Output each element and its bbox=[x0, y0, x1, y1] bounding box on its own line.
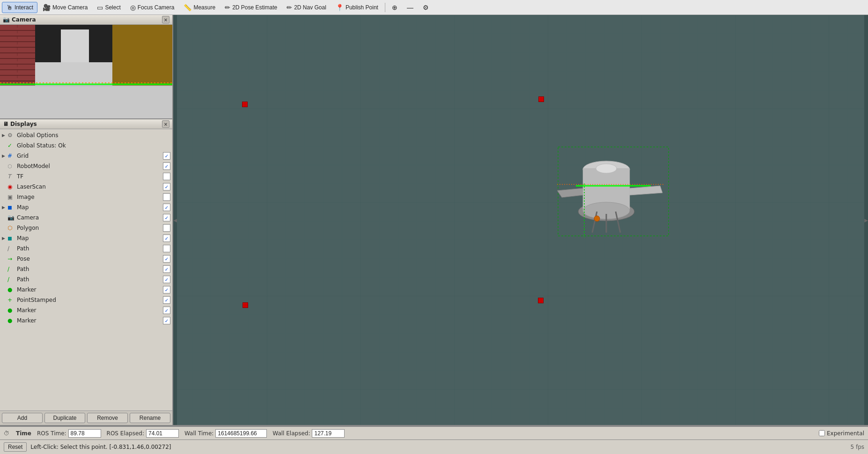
displays-panel-icon: 🖥 bbox=[3, 121, 8, 127]
toolbar: 🖱 Interact 🎥 Move Camera ▭ Select ◎ Focu… bbox=[0, 0, 868, 15]
bottom-bar: ⏱ Time ROS Time: ROS Elapsed: Wall Time:… bbox=[0, 425, 868, 454]
pointstamped-label: PointStamped bbox=[17, 297, 163, 303]
measure-button[interactable]: 📏 Measure bbox=[179, 2, 220, 13]
grid-checkbox[interactable] bbox=[163, 152, 170, 160]
image-checkbox[interactable] bbox=[163, 193, 170, 201]
red-marker-3 bbox=[243, 302, 248, 308]
display-item-marker2[interactable]: ● Marker bbox=[0, 305, 172, 315]
marker3-checkbox[interactable] bbox=[163, 317, 170, 324]
path2-label: Path bbox=[17, 266, 163, 272]
path2-checkbox[interactable] bbox=[163, 265, 170, 273]
ros-time-value[interactable] bbox=[68, 429, 101, 438]
experimental-group: Experimental bbox=[819, 430, 864, 437]
ros-elapsed-group: ROS Elapsed: bbox=[107, 429, 179, 438]
marker2-checkbox[interactable] bbox=[163, 307, 170, 314]
red-marker-1 bbox=[242, 102, 248, 107]
display-item-map2[interactable]: ▶ ◼ Map bbox=[0, 233, 172, 243]
publish-point-button[interactable]: 📍 Publish Point bbox=[331, 2, 383, 13]
nav-goal-button[interactable]: ✏ 2D Nav Goal bbox=[282, 2, 331, 13]
path1-label: Path bbox=[17, 245, 163, 252]
measure-label: Measure bbox=[193, 4, 215, 11]
minus-button[interactable]: — bbox=[403, 2, 418, 13]
expand-arrow-laserscan bbox=[2, 184, 7, 189]
robotmodel-checkbox[interactable] bbox=[163, 162, 170, 170]
status-message: Left-Click: Select this point. [-0.831,1… bbox=[30, 444, 171, 450]
camera-panel-icon: 📷 bbox=[3, 16, 10, 23]
display-item-grid[interactable]: ▶ # Grid bbox=[0, 151, 172, 161]
ros-elapsed-value[interactable] bbox=[146, 429, 179, 438]
expand-arrow-grid: ▶ bbox=[2, 154, 7, 158]
display-item-marker1[interactable]: ● Marker bbox=[0, 285, 172, 295]
left-resize-handle[interactable]: ◀ bbox=[173, 15, 177, 425]
interact-button[interactable]: 🖱 Interact bbox=[2, 2, 37, 13]
marker1-checkbox[interactable] bbox=[163, 286, 170, 293]
path3-checkbox[interactable] bbox=[163, 276, 170, 283]
display-item-global-options[interactable]: ▶ ⚙ Global Options bbox=[0, 130, 172, 140]
focus-camera-button[interactable]: ◎ Focus Camera bbox=[126, 2, 179, 13]
display-item-laserscan[interactable]: ◉ LaserScan bbox=[0, 182, 172, 192]
settings-button[interactable]: ⚙ bbox=[419, 2, 433, 13]
map2-icon: ◼ bbox=[7, 235, 16, 242]
experimental-checkbox[interactable] bbox=[819, 430, 825, 436]
align-button[interactable]: ⊕ bbox=[388, 2, 402, 13]
add-button[interactable]: Add bbox=[2, 413, 43, 423]
pose-checkbox[interactable] bbox=[163, 255, 170, 263]
map2-checkbox[interactable] bbox=[163, 234, 170, 242]
camera-close-button[interactable]: × bbox=[162, 16, 169, 23]
display-item-path1[interactable]: / Path bbox=[0, 243, 172, 254]
pose-estimate-button[interactable]: ✏ 2D Pose Estimate bbox=[221, 2, 281, 13]
pointstamped-checkbox[interactable] bbox=[163, 296, 170, 304]
display-item-path3[interactable]: / Path bbox=[0, 274, 172, 285]
wall-time-value[interactable] bbox=[215, 429, 267, 438]
pointstamped-icon: + bbox=[7, 297, 16, 303]
duplicate-button[interactable]: Duplicate bbox=[44, 413, 85, 423]
status-bar: Reset Left-Click: Select this point. [-0… bbox=[0, 439, 868, 454]
display-item-pose[interactable]: → Pose bbox=[0, 254, 172, 264]
move-camera-button[interactable]: 🎥 Move Camera bbox=[38, 2, 92, 13]
expand-arrow-tf bbox=[2, 174, 7, 179]
select-button[interactable]: ▭ Select bbox=[93, 2, 125, 13]
grid-icon: # bbox=[7, 153, 16, 159]
display-item-image[interactable]: ▣ Image bbox=[0, 192, 172, 202]
displays-titlebar-left: 🖥 Displays bbox=[3, 121, 37, 127]
interact-icon: 🖱 bbox=[6, 4, 13, 11]
robot-svg bbox=[557, 146, 669, 240]
reset-button[interactable]: Reset bbox=[4, 442, 27, 452]
display-item-robotmodel[interactable]: ⬡ RobotModel bbox=[0, 161, 172, 171]
interact-label: Interact bbox=[15, 4, 33, 11]
grid-svg bbox=[173, 15, 868, 425]
display-item-tf[interactable]: T TF bbox=[0, 171, 172, 182]
display-item-pointstamped[interactable]: + PointStamped bbox=[0, 295, 172, 305]
display-item-global-status[interactable]: ✓ Global Status: Ok bbox=[0, 140, 172, 151]
expand-arrow-polygon bbox=[2, 226, 7, 230]
camera-display-checkbox[interactable] bbox=[163, 214, 170, 221]
remove-button[interactable]: Remove bbox=[87, 413, 128, 423]
path1-checkbox[interactable] bbox=[163, 245, 170, 252]
wall-elapsed-value[interactable] bbox=[312, 429, 345, 438]
tf-label: TF bbox=[17, 173, 163, 180]
viewport[interactable]: ◀ ▶ bbox=[173, 15, 868, 425]
measure-icon: 📏 bbox=[184, 4, 191, 11]
svg-point-34 bbox=[596, 164, 617, 173]
displays-close-button[interactable]: × bbox=[162, 120, 169, 128]
displays-list[interactable]: ▶ ⚙ Global Options ✓ Global Status: Ok ▶… bbox=[0, 129, 172, 410]
camera-view-svg bbox=[0, 25, 172, 118]
displays-panel: 🖥 Displays × ▶ ⚙ Global Options ✓ Global… bbox=[0, 119, 172, 425]
display-item-camera[interactable]: 📷 Camera bbox=[0, 212, 172, 223]
display-item-path2[interactable]: / Path bbox=[0, 264, 172, 274]
main-layout: 📷 Camera × bbox=[0, 15, 868, 425]
map1-checkbox[interactable] bbox=[163, 204, 170, 211]
laserscan-checkbox[interactable] bbox=[163, 183, 170, 190]
select-icon: ▭ bbox=[97, 4, 103, 11]
image-label: Image bbox=[17, 194, 163, 200]
rename-button[interactable]: Rename bbox=[130, 413, 170, 423]
right-resize-handle[interactable]: ▶ bbox=[864, 15, 868, 425]
polygon-checkbox[interactable] bbox=[163, 224, 170, 232]
expand-arrow-map2: ▶ bbox=[2, 236, 7, 241]
expand-arrow-marker3 bbox=[2, 318, 7, 323]
tf-checkbox[interactable] bbox=[163, 173, 170, 180]
display-item-marker3[interactable]: ● Marker bbox=[0, 315, 172, 326]
display-item-polygon[interactable]: ⬡ Polygon bbox=[0, 223, 172, 233]
display-item-map1[interactable]: ▶ ◼ Map bbox=[0, 202, 172, 212]
expand-arrow-marker2 bbox=[2, 308, 7, 313]
